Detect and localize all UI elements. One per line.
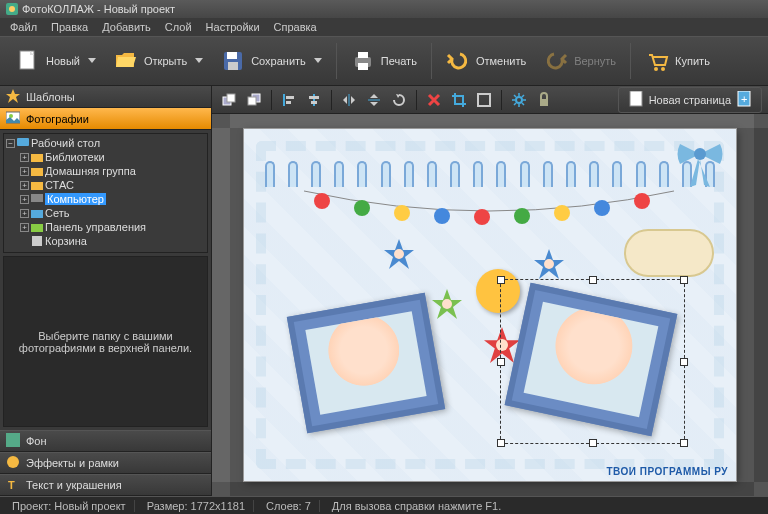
crop-button[interactable] xyxy=(448,89,470,111)
svg-rect-28 xyxy=(283,94,285,106)
canvas-viewport[interactable]: ТВОИ ПРОГРАММЫ РУ xyxy=(212,114,768,496)
svg-rect-32 xyxy=(309,96,319,99)
undo-button[interactable]: Отменить xyxy=(438,45,534,77)
print-button[interactable]: Печать xyxy=(343,45,425,77)
status-size: Размер: 1772x1181 xyxy=(139,500,254,512)
svg-rect-18 xyxy=(31,210,43,218)
photo-preview-area: Выберите папку с вашими фотографиями в в… xyxy=(3,256,208,427)
control-panel-icon xyxy=(31,222,43,232)
app-icon xyxy=(6,3,18,15)
settings-button[interactable] xyxy=(508,89,530,111)
folder-icon xyxy=(31,152,43,162)
bead-garland xyxy=(304,191,676,211)
align-center-button[interactable] xyxy=(303,89,325,111)
undo-icon xyxy=(446,49,470,73)
tree-item[interactable]: +Сеть xyxy=(6,206,205,220)
collage-canvas[interactable]: ТВОИ ПРОГРАММЫ РУ xyxy=(244,129,736,481)
scrollbar-vertical[interactable] xyxy=(754,128,768,482)
dropdown-icon xyxy=(88,58,96,64)
tree-root[interactable]: − Рабочий стол xyxy=(6,136,205,150)
rotate-button[interactable] xyxy=(388,89,410,111)
expand-icon[interactable]: + xyxy=(20,195,29,204)
save-button[interactable]: Сохранить xyxy=(213,45,330,77)
canvas-toolbar: Новая страница + xyxy=(212,86,768,114)
tree-item[interactable]: +Панель управления xyxy=(6,220,205,234)
svg-point-22 xyxy=(7,456,19,468)
ruler-horizontal xyxy=(230,114,754,128)
svg-rect-19 xyxy=(31,224,43,232)
flip-v-button[interactable] xyxy=(363,89,385,111)
scrollbar-horizontal[interactable] xyxy=(230,482,754,496)
status-project: Проект: Новый проект xyxy=(4,500,135,512)
svg-point-43 xyxy=(394,249,404,259)
tab-templates[interactable]: Шаблоны xyxy=(0,86,211,108)
statusbar: Проект: Новый проект Размер: 1772x1181 С… xyxy=(0,496,768,514)
frame-button[interactable] xyxy=(473,89,495,111)
svg-rect-8 xyxy=(358,63,368,70)
cart-icon xyxy=(645,49,669,73)
send-back-button[interactable] xyxy=(243,89,265,111)
new-button[interactable]: Новый xyxy=(8,45,104,77)
expand-icon[interactable]: + xyxy=(20,153,29,162)
window-title: ФотоКОЛЛАЖ - Новый проект xyxy=(22,3,175,15)
menu-file[interactable]: Файл xyxy=(4,19,43,35)
delete-button[interactable] xyxy=(423,89,445,111)
menu-edit[interactable]: Правка xyxy=(45,19,94,35)
star-decoration xyxy=(432,289,462,319)
svg-rect-25 xyxy=(227,94,235,102)
hint-text: Выберите папку с вашими фотографиями в в… xyxy=(12,330,199,354)
menu-layer[interactable]: Слой xyxy=(159,19,198,35)
photo-frame-left[interactable] xyxy=(287,293,445,434)
svg-point-1 xyxy=(9,6,15,12)
tree-item[interactable]: +Домашняя группа xyxy=(6,164,205,178)
tree-item[interactable]: Корзина xyxy=(6,234,205,248)
dropdown-icon xyxy=(195,58,203,64)
save-icon xyxy=(221,49,245,73)
redo-button[interactable]: Вернуть xyxy=(536,45,624,77)
svg-point-45 xyxy=(544,259,554,269)
align-left-button[interactable] xyxy=(278,89,300,111)
svg-point-9 xyxy=(654,67,658,71)
sidebar: Шаблоны Фотографии − Рабочий стол +Библи… xyxy=(0,86,212,496)
expand-icon[interactable]: + xyxy=(20,181,29,190)
tab-background[interactable]: Фон xyxy=(0,430,211,452)
tree-item-selected[interactable]: +Компьютер xyxy=(6,192,205,206)
tab-text[interactable]: T Текст и украшения xyxy=(0,474,211,496)
expand-icon[interactable]: + xyxy=(20,209,29,218)
ruler-vertical xyxy=(212,128,230,482)
svg-rect-17 xyxy=(31,194,43,202)
menu-settings[interactable]: Настройки xyxy=(200,19,266,35)
svg-text:T: T xyxy=(8,479,15,491)
separator xyxy=(271,90,272,110)
open-button[interactable]: Открыть xyxy=(106,45,211,77)
menu-add[interactable]: Добавить xyxy=(96,19,157,35)
print-icon xyxy=(351,49,375,73)
tree-item[interactable]: +Библиотеки xyxy=(6,150,205,164)
folder-tree[interactable]: − Рабочий стол +Библиотеки +Домашняя гру… xyxy=(3,133,208,253)
lock-button[interactable] xyxy=(533,89,555,111)
tab-effects[interactable]: Эффекты и рамки xyxy=(0,452,211,474)
collapse-icon[interactable]: − xyxy=(6,139,15,148)
star-decoration xyxy=(534,249,564,279)
folder-icon xyxy=(31,180,43,190)
add-page-icon: + xyxy=(737,91,751,109)
tab-photos[interactable]: Фотографии xyxy=(0,108,211,130)
selection-box[interactable] xyxy=(500,279,685,444)
network-icon xyxy=(31,208,43,218)
spiral-binding xyxy=(258,161,722,191)
bring-front-button[interactable] xyxy=(218,89,240,111)
buy-button[interactable]: Купить xyxy=(637,45,718,77)
flip-h-button[interactable] xyxy=(338,89,360,111)
svg-rect-15 xyxy=(31,168,43,176)
expand-icon[interactable]: + xyxy=(20,223,29,232)
expand-icon[interactable]: + xyxy=(20,167,29,176)
separator xyxy=(416,90,417,110)
folder-icon xyxy=(31,166,43,176)
tree-item[interactable]: +СТАС xyxy=(6,178,205,192)
new-page-button[interactable]: Новая страница + xyxy=(618,87,762,113)
page-icon xyxy=(629,91,643,109)
separator xyxy=(431,43,432,79)
menu-help[interactable]: Справка xyxy=(268,19,323,35)
svg-rect-16 xyxy=(31,182,43,190)
watermark: ТВОИ ПРОГРАММЫ РУ xyxy=(607,466,729,477)
